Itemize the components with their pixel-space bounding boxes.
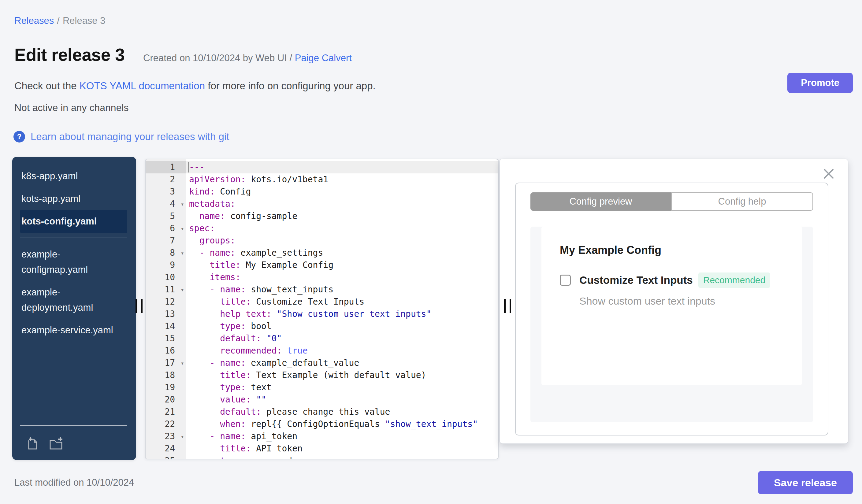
gutter-line-number: 13 (146, 308, 186, 320)
gutter-line-number: 3 (146, 186, 186, 198)
gutter-line-number: 1 (146, 161, 186, 173)
gutter-line-number: 16 (146, 345, 186, 357)
gutter-line-number: 19 (146, 381, 186, 394)
fold-arrow-icon[interactable]: ▾ (181, 283, 184, 296)
code-line[interactable]: title: Customize Text Inputs (186, 296, 498, 308)
code-line[interactable]: default: please change this value (186, 406, 498, 418)
code-line[interactable]: - name: api_token (186, 430, 498, 442)
created-line: Created on 10/10/2024 by Web UI / Paige … (143, 53, 352, 64)
customize-text-inputs-checkbox[interactable] (560, 275, 571, 286)
editor-gutter: 1234▾56▾78▾91011▾121314151617▾1819202122… (146, 159, 186, 459)
git-help-row: ? Learn about managing your releases wit… (13, 131, 229, 143)
code-line[interactable]: apiVersion: kots.io/v1beta1 (186, 173, 498, 186)
fold-arrow-icon[interactable]: ▾ (181, 430, 184, 442)
add-folder-icon[interactable] (49, 437, 63, 452)
add-file-icon[interactable] (26, 437, 40, 452)
config-group-title: My Example Config (560, 244, 784, 256)
code-line[interactable]: items: (186, 271, 498, 283)
code-line[interactable]: type: text (186, 381, 498, 394)
gutter-line-number: 7 (146, 235, 186, 247)
gutter-line-number: 15 (146, 332, 186, 345)
file-item[interactable]: example-service.yaml (12, 319, 136, 342)
gutter-line-number: 25 (146, 455, 186, 459)
panel-resize-handle[interactable] (504, 299, 511, 313)
file-item[interactable]: example-configmap.yaml (12, 243, 136, 281)
tab-config-preview[interactable]: Config preview (531, 193, 671, 211)
doc-line: Check out the KOTS YAML documentation fo… (14, 80, 376, 92)
code-line[interactable]: type: bool (186, 320, 498, 332)
sidebar-bottom (12, 420, 136, 460)
config-group-card: My Example Config Customize Text Inputs … (541, 227, 802, 385)
yaml-code-editor[interactable]: 1234▾56▾78▾91011▾121314151617▾1819202122… (145, 159, 499, 459)
fold-arrow-icon[interactable]: ▾ (181, 247, 184, 259)
code-line[interactable]: recommended: true (186, 345, 498, 357)
code-line[interactable]: help_text: "Show custom user text inputs… (186, 308, 498, 320)
config-subcard: Config preview Config help My Example Co… (515, 183, 828, 436)
code-line[interactable]: name: config-sample (186, 210, 498, 222)
gutter-line-number: 6▾ (146, 222, 186, 235)
gutter-line-number: 4▾ (146, 198, 186, 210)
editor-code-area[interactable]: ---apiVersion: kots.io/v1beta1kind: Conf… (186, 159, 498, 459)
gutter-line-number: 17▾ (146, 357, 186, 369)
promote-button[interactable]: Promote (787, 73, 853, 93)
doc-text-before: Check out the (14, 80, 77, 91)
config-item-help-text: Show custom user text inputs (579, 295, 784, 307)
gutter-line-number: 12 (146, 296, 186, 308)
config-item-label: Customize Text Inputs (579, 274, 693, 286)
save-release-button[interactable]: Save release (758, 471, 853, 494)
config-preview-panel: Config preview Config help My Example Co… (499, 159, 848, 444)
code-line[interactable]: - name: show_text_inputs (186, 283, 498, 296)
file-item[interactable]: k8s-app.yaml (12, 165, 136, 187)
code-line[interactable]: kind: Config (186, 186, 498, 198)
fold-arrow-icon[interactable]: ▾ (181, 357, 184, 369)
gutter-line-number: 9 (146, 259, 186, 271)
sidebar-resize-handle[interactable] (135, 299, 143, 313)
question-icon: ? (13, 131, 25, 143)
gutter-line-number: 11▾ (146, 283, 186, 296)
fold-arrow-icon[interactable]: ▾ (181, 198, 184, 210)
gutter-line-number: 5 (146, 210, 186, 222)
code-line[interactable]: - name: example_default_value (186, 357, 498, 369)
code-line[interactable]: groups: (186, 235, 498, 247)
code-line[interactable]: title: API token (186, 442, 498, 455)
fold-arrow-icon[interactable]: ▾ (181, 222, 184, 235)
kots-yaml-doc-link[interactable]: KOTS YAML documentation (80, 80, 205, 91)
code-line[interactable]: spec: (186, 222, 498, 235)
file-tree-sidebar: k8s-app.yamlkots-app.yamlkots-config.yam… (12, 157, 136, 460)
config-preview-surface: My Example Config Customize Text Inputs … (531, 227, 813, 422)
created-by-link[interactable]: Paige Calvert (295, 53, 352, 63)
created-text: Created on 10/10/2024 by Web UI / (143, 53, 292, 63)
text-cursor (188, 162, 190, 172)
recommended-badge: Recommended (698, 273, 770, 288)
file-item-active[interactable]: kots-config.yaml (20, 210, 127, 233)
file-item[interactable]: kots-app.yaml (12, 187, 136, 210)
git-help-link[interactable]: Learn about managing your releases with … (30, 131, 229, 143)
code-line[interactable]: title: Text Example (with default value) (186, 369, 498, 381)
code-line[interactable]: value: "" (186, 394, 498, 406)
gutter-line-number: 23▾ (146, 430, 186, 442)
sidebar-actions (12, 430, 136, 455)
breadcrumb-current: Release 3 (63, 15, 106, 26)
file-list: k8s-app.yamlkots-app.yamlkots-config.yam… (12, 157, 136, 342)
gutter-line-number: 10 (146, 271, 186, 283)
doc-text-after: for more info on configuring your app. (208, 80, 375, 91)
page-title: Edit release 3 (14, 45, 125, 65)
gutter-line-number: 24 (146, 442, 186, 455)
sidebar-spacer (12, 342, 136, 420)
config-panel-tabs: Config preview Config help (531, 193, 813, 211)
gutter-line-number: 22 (146, 418, 186, 430)
close-icon[interactable] (823, 168, 835, 180)
code-line[interactable]: --- (186, 161, 498, 173)
code-line[interactable]: title: My Example Config (186, 259, 498, 271)
code-line[interactable]: default: "0" (186, 332, 498, 345)
gutter-line-number: 20 (146, 394, 186, 406)
code-line[interactable]: when: repl{{ ConfigOptionEquals "show_te… (186, 418, 498, 430)
code-line[interactable]: metadata: (186, 198, 498, 210)
breadcrumb-separator: / (57, 15, 60, 26)
file-item[interactable]: example-deployment.yaml (12, 281, 136, 319)
tab-config-help[interactable]: Config help (671, 193, 813, 211)
code-line[interactable]: type: password (186, 455, 498, 459)
last-modified-text: Last modified on 10/10/2024 (14, 477, 134, 488)
breadcrumb-releases-link[interactable]: Releases (14, 15, 54, 26)
code-line[interactable]: - name: example_settings (186, 247, 498, 259)
